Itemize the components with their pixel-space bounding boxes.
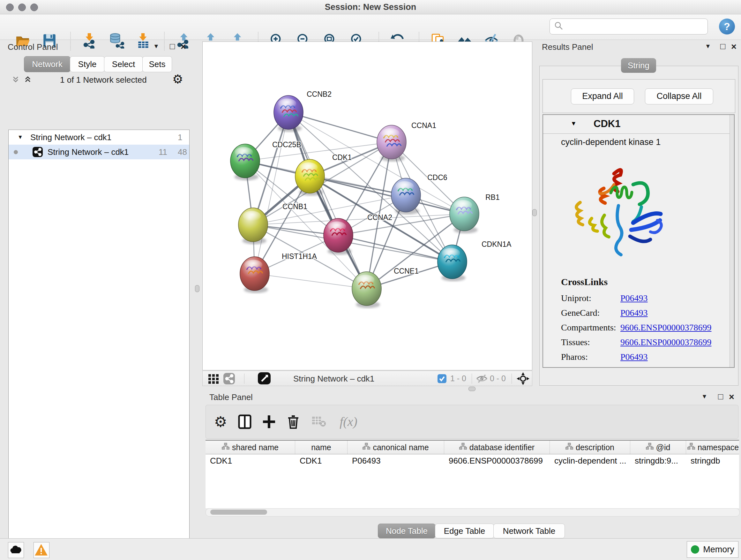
network-node-CDC6[interactable] xyxy=(391,178,421,214)
tab-style[interactable]: Style xyxy=(70,56,105,72)
tab-node-table[interactable]: Node Table xyxy=(378,523,435,538)
tab-edge-table[interactable]: Edge Table xyxy=(435,523,494,538)
cell-name[interactable]: CDK1 xyxy=(295,454,347,467)
cloud-status-button[interactable] xyxy=(8,542,24,558)
cell-namespace[interactable]: stringdb xyxy=(686,454,739,467)
tab-network[interactable]: Network xyxy=(24,56,71,72)
cloud-icon xyxy=(8,543,23,557)
scrollbar-thumb[interactable] xyxy=(210,509,267,515)
tab-select[interactable]: Select xyxy=(104,56,143,72)
network-node-CCNA2[interactable] xyxy=(324,219,353,255)
column-header-database-identifier[interactable]: database identifier xyxy=(444,441,550,454)
network-edge-CCNB2-CCNE1[interactable] xyxy=(288,112,367,289)
results-panel-float-icon[interactable]: ▼ xyxy=(705,43,711,50)
network-graph[interactable]: CCNB2CCNA1CDC25BCDK1CDC6RB1CCNB1CCNA2CDK… xyxy=(203,42,532,370)
right-splitter-handle[interactable] xyxy=(532,209,537,216)
network-node-RB1[interactable] xyxy=(450,197,479,233)
gene-disclosure-icon[interactable]: ▼ xyxy=(570,120,577,127)
network-view-type-icon[interactable] xyxy=(223,373,235,386)
crosslink-pharos-link[interactable]: P06493 xyxy=(620,352,648,362)
collection-disclosure-icon[interactable]: ▼ xyxy=(17,130,23,145)
network-edge-CCNB2-CCNA1[interactable] xyxy=(288,112,392,142)
search-box[interactable] xyxy=(549,18,708,35)
table-panel-close-icon[interactable]: × xyxy=(729,392,734,402)
table-panel-float-icon[interactable]: ▼ xyxy=(701,393,708,400)
column-header-canonical-name[interactable]: canonical name xyxy=(347,441,444,454)
cell--id[interactable]: stringdb:9... xyxy=(630,454,686,467)
tab-string-results[interactable]: String xyxy=(621,58,656,73)
cell-shared-name[interactable]: CDK1 xyxy=(205,454,295,467)
memory-button[interactable]: Memory xyxy=(687,541,738,558)
tab-network-table[interactable]: Network Table xyxy=(493,523,565,538)
network-list: ▼ String Network – cdk1 1 String Network… xyxy=(8,130,190,560)
expand-all-button[interactable]: Expand All xyxy=(571,88,634,105)
control-panel-close-icon[interactable]: × xyxy=(181,42,186,52)
column-header-label: shared name xyxy=(232,443,279,452)
network-node-CCNB2[interactable] xyxy=(274,96,303,132)
mapped-column-icon xyxy=(687,442,695,452)
table-settings-gear-icon[interactable]: ⚙ xyxy=(213,414,228,429)
selected-node-edge-counts: 1 - 0 xyxy=(450,371,466,386)
network-edge-CCNE1-HIST1H1A[interactable] xyxy=(255,273,367,289)
column-header-label: database identifier xyxy=(469,443,535,452)
network-node-CDK1[interactable] xyxy=(295,159,325,196)
table-row[interactable]: CDK1CDK1P064939606.ENSP00000378699cyclin… xyxy=(205,454,739,467)
column-header-description[interactable]: description xyxy=(550,441,630,454)
left-splitter-handle[interactable] xyxy=(195,285,199,292)
network-node-CCNE1[interactable] xyxy=(352,272,381,308)
toolbar-separator xyxy=(472,374,472,384)
crosslink-tissues-link[interactable]: 9606.ENSP00000378699 xyxy=(620,337,711,347)
cell-description[interactable]: cyclin-dependent ... xyxy=(550,454,630,467)
column-header-namespace[interactable]: namespace xyxy=(686,441,739,454)
network-selection-status: 1 of 1 Network selected xyxy=(60,75,147,85)
navigate-crosshair-icon[interactable] xyxy=(516,372,530,387)
node-label-CCNB2: CCNB2 xyxy=(307,90,332,98)
control-panel-float-icon[interactable]: ▼ xyxy=(153,43,159,50)
results-scrollbar[interactable] xyxy=(730,115,734,367)
help-button[interactable]: ? xyxy=(719,18,735,35)
column-header--id[interactable]: @id xyxy=(630,441,686,454)
show-columns-icon[interactable] xyxy=(237,414,253,429)
network-edge-CCNB2-HIST1H1A[interactable] xyxy=(255,112,288,273)
birds-eye-view-icon[interactable] xyxy=(258,372,271,386)
cell-database-identifier[interactable]: 9606.ENSP00000378699 xyxy=(444,454,550,467)
mapped-column-icon xyxy=(565,442,573,452)
network-options-gear-icon[interactable]: ⚙ xyxy=(172,72,183,86)
grid-view-icon[interactable] xyxy=(208,373,219,386)
column-header-name[interactable]: name xyxy=(295,441,347,454)
network-node-CDC25B[interactable] xyxy=(230,144,260,180)
warnings-button[interactable] xyxy=(33,542,50,558)
network-node-CDKN1A[interactable] xyxy=(437,245,467,281)
delete-table-icon xyxy=(311,414,327,429)
network-edge-CCNA2-CDKN1A[interactable] xyxy=(338,235,452,262)
warning-icon xyxy=(34,543,49,557)
network-node-HIST1H1A[interactable] xyxy=(240,257,269,293)
add-column-icon[interactable] xyxy=(261,414,277,429)
collapse-all-button[interactable]: Collapse All xyxy=(645,88,713,105)
network-collection-row[interactable]: ▼ String Network – cdk1 1 xyxy=(9,130,189,145)
bottom-splitter-handle[interactable] xyxy=(468,387,475,391)
expand-all-networks-icon[interactable] xyxy=(23,75,32,85)
memory-status-dot xyxy=(691,545,699,554)
collapse-all-networks-icon[interactable] xyxy=(11,75,20,85)
selected-checkbox-icon[interactable] xyxy=(437,374,447,385)
crosslink-uniprot-link[interactable]: P06493 xyxy=(620,293,648,303)
tab-sets[interactable]: Sets xyxy=(142,56,172,72)
column-header-shared-name[interactable]: shared name xyxy=(205,441,295,454)
control-panel: Control Panel ▼ □ × Network Style Select… xyxy=(0,42,199,538)
crosslink-compartments-link[interactable]: 9606.ENSP00000378699 xyxy=(620,322,711,332)
results-panel-maximize-icon[interactable]: □ xyxy=(720,42,725,51)
network-node-CCNA1[interactable] xyxy=(377,125,406,162)
results-panel-close-icon[interactable]: × xyxy=(731,42,737,52)
delete-column-trash-icon[interactable] xyxy=(286,414,301,429)
control-panel-maximize-icon[interactable]: □ xyxy=(170,42,175,51)
search-input[interactable] xyxy=(565,21,708,32)
network-canvas[interactable]: CCNB2CCNA1CDC25BCDK1CDC6RB1CCNB1CCNA2CDK… xyxy=(202,42,532,370)
cell-canonical-name[interactable]: P06493 xyxy=(347,454,444,467)
table-horizontal-scrollbar[interactable] xyxy=(205,508,740,516)
network-node-CCNB1[interactable] xyxy=(239,208,268,244)
crosslink-genecard-link[interactable]: P06493 xyxy=(620,308,648,318)
gene-card-header[interactable]: ▼ CDK1 xyxy=(543,115,734,134)
network-row-selected[interactable]: String Network – cdk1 11 48 xyxy=(9,145,189,159)
table-panel-maximize-icon[interactable]: □ xyxy=(718,392,723,401)
